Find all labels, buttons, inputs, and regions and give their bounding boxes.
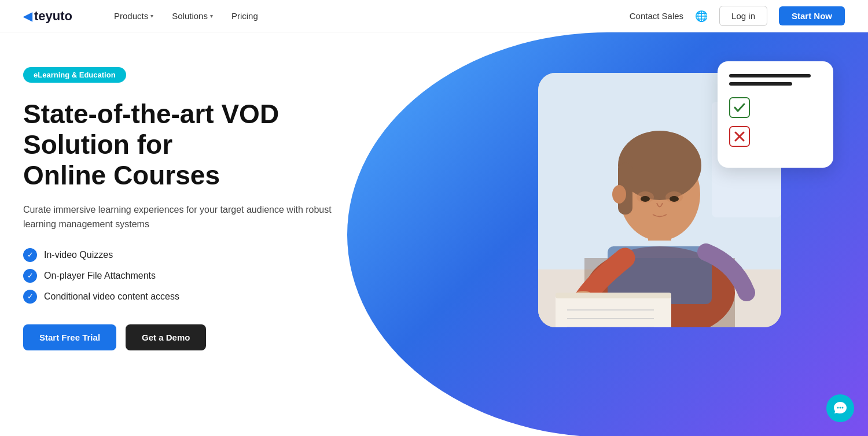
logo[interactable]: ◀ teyuto — [23, 9, 72, 24]
check-icon: ✓ — [23, 248, 37, 262]
feature-list: ✓ In-video Quizzes ✓ On-player File Atta… — [23, 248, 382, 304]
contact-sales-link[interactable]: Contact Sales — [630, 11, 683, 21]
svg-point-12 — [641, 196, 650, 202]
quiz-item-wrong — [729, 126, 822, 147]
hero-visual-right — [538, 50, 816, 339]
login-button[interactable]: Log in — [719, 6, 767, 26]
nav-right: Contact Sales 🌐 Log in Start Now — [630, 6, 845, 26]
svg-point-25 — [837, 407, 839, 409]
hero-title: State-of-the-art VOD Solution for Online… — [23, 99, 382, 191]
quiz-item-correct — [729, 97, 822, 118]
feature-item-access: ✓ Conditional video content access — [23, 290, 382, 304]
start-now-button[interactable]: Start Now — [779, 6, 845, 25]
check-icon: ✓ — [23, 290, 37, 304]
svg-point-13 — [670, 196, 679, 202]
quiz-check-red — [729, 126, 750, 147]
svg-rect-17 — [556, 293, 671, 298]
hero-content-left: eLearning & Education State-of-the-art V… — [0, 32, 382, 385]
nav-products[interactable]: Products ▾ — [114, 11, 153, 21]
nav-left: ◀ teyuto Products ▾ Solutions ▾ Pricing — [23, 9, 258, 24]
hero-subtitle: Curate immersive learning experiences fo… — [23, 202, 359, 232]
nav-links: Products ▾ Solutions ▾ Pricing — [114, 11, 258, 21]
logo-icon: ◀ — [23, 9, 32, 23]
svg-point-27 — [842, 407, 844, 409]
logo-text: teyuto — [34, 9, 72, 24]
hero-badge: eLearning & Education — [23, 67, 126, 83]
chat-bubble-button[interactable] — [826, 394, 854, 422]
get-demo-button[interactable]: Get a Demo — [126, 324, 206, 350]
nav-pricing[interactable]: Pricing — [231, 11, 258, 21]
check-icon: ✓ — [23, 269, 37, 283]
feature-item-attachments: ✓ On-player File Attachments — [23, 269, 382, 283]
svg-point-26 — [840, 407, 841, 409]
quiz-card — [718, 61, 833, 168]
svg-point-9 — [612, 185, 626, 204]
feature-item-quizzes: ✓ In-video Quizzes — [23, 248, 382, 262]
hero-buttons: Start Free Trial Get a Demo — [23, 324, 382, 350]
nav-solutions[interactable]: Solutions ▾ — [172, 11, 213, 21]
chevron-down-icon: ▾ — [210, 13, 213, 19]
quiz-line-2 — [729, 82, 792, 86]
quiz-card-lines — [729, 74, 822, 86]
quiz-line-1 — [729, 74, 811, 77]
navbar: ◀ teyuto Products ▾ Solutions ▾ Pricing … — [0, 0, 868, 32]
quiz-check-green — [729, 97, 750, 118]
chevron-down-icon: ▾ — [150, 13, 153, 19]
language-globe-button[interactable]: 🌐 — [695, 10, 708, 23]
start-free-trial-button[interactable]: Start Free Trial — [23, 324, 116, 350]
hero-section: eLearning & Education State-of-the-art V… — [0, 32, 868, 436]
